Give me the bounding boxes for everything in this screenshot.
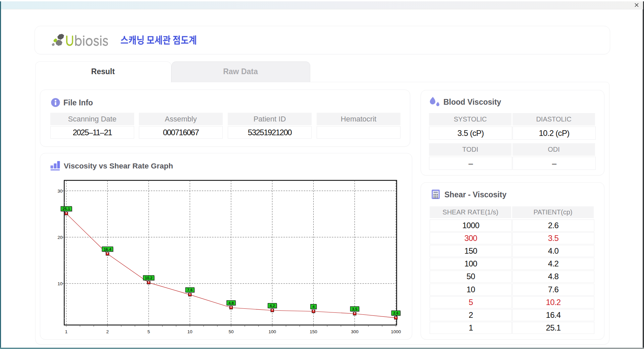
svg-text:300: 300	[351, 329, 359, 334]
svg-text:4: 4	[312, 305, 315, 309]
svg-text:2.6: 2.6	[393, 311, 398, 315]
svg-text:150: 150	[310, 329, 317, 334]
svg-text:1: 1	[65, 329, 68, 334]
svg-text:7.6: 7.6	[187, 288, 193, 292]
svg-text:2: 2	[106, 329, 109, 334]
svg-text:10.2: 10.2	[145, 276, 152, 280]
svg-text:100: 100	[268, 329, 276, 334]
svg-text:25.1: 25.1	[62, 207, 70, 211]
svg-text:4.8: 4.8	[228, 301, 234, 305]
svg-text:20: 20	[57, 235, 62, 240]
svg-text:1000: 1000	[391, 329, 401, 334]
svg-text:10: 10	[57, 281, 62, 286]
svg-text:5: 5	[147, 329, 150, 334]
svg-text:4.2: 4.2	[270, 304, 275, 308]
svg-text:30: 30	[57, 189, 62, 194]
svg-text:3.5: 3.5	[352, 307, 358, 311]
svg-text:10: 10	[187, 329, 193, 334]
svg-text:50: 50	[228, 329, 233, 334]
svg-text:16.4: 16.4	[104, 247, 111, 251]
